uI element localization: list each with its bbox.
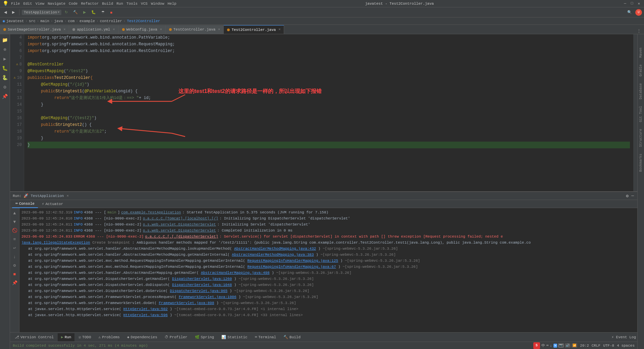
structure-label[interactable]: Structure <box>639 129 643 147</box>
gradle-label[interactable]: Gradle <box>639 64 643 77</box>
breadcrumb-com[interactable]: com <box>68 19 75 23</box>
breadcrumb-class[interactable]: Test2Controller <box>127 19 160 23</box>
stack-line-2: at org.springframework.web.servlet.handl… <box>21 252 635 258</box>
run-btn[interactable]: ▶ <box>81 9 88 16</box>
database-label[interactable]: Database <box>639 83 643 99</box>
tab-close[interactable]: × <box>113 28 115 32</box>
menu-vcs[interactable]: VCS <box>141 2 148 6</box>
scroll-up-icon[interactable]: ▲ <box>11 209 18 217</box>
nav-terminal[interactable]: ⌨ Terminal <box>252 333 279 341</box>
build-btn[interactable]: 🔨 <box>71 9 80 16</box>
debug-btn[interactable]: 🐛 <box>89 9 98 16</box>
menu-navigate[interactable]: Navigate <box>48 2 65 6</box>
tab-icon <box>3 28 6 31</box>
breadcrumb-example[interactable]: example <box>79 19 95 23</box>
run-coverage-btn[interactable]: ☂ <box>99 9 107 16</box>
im-icon4: 📶 <box>572 343 577 348</box>
run-settings-icon[interactable]: ⚙ <box>625 193 629 199</box>
menu-build[interactable]: Build <box>102 2 113 6</box>
menu-run[interactable]: Run <box>116 2 123 6</box>
build-icon: 🔨 <box>283 335 288 339</box>
tab-icon <box>72 28 75 31</box>
menu-window[interactable]: Window <box>151 2 164 6</box>
tab-close[interactable]: × <box>278 28 280 32</box>
nav-problems[interactable]: ⚠ Problems <box>95 333 123 341</box>
menu-refactor[interactable]: Refactor <box>81 2 99 6</box>
stop-console-icon[interactable]: ■ <box>11 270 18 278</box>
tab-applicationyml[interactable]: application.yml × <box>69 25 118 34</box>
nav-version-control[interactable]: ⎇ Version Control <box>11 333 57 341</box>
tab-testcontroller[interactable]: TestController.java × <box>166 25 224 34</box>
tab-close[interactable]: × <box>218 28 220 32</box>
wrap-icon[interactable]: ↩ <box>11 244 18 252</box>
sidebar-run-icon[interactable]: ▶ <box>1 54 9 63</box>
run-config-dropdown[interactable]: TestApplication ▼ <box>22 10 61 15</box>
menu-tools[interactable]: Tools <box>126 2 138 6</box>
breadcrumb-java[interactable]: java <box>54 19 63 23</box>
run-minimize-icon[interactable]: — <box>631 193 635 198</box>
code-content[interactable]: import org.springframework.web.bind.anno… <box>24 34 633 191</box>
settings-icon[interactable]: ⚙ <box>11 262 18 269</box>
sidebar-commit-icon[interactable]: ⊕ <box>1 45 9 54</box>
nav-todo[interactable]: ☑ TODO <box>75 333 94 341</box>
toolbar-forward[interactable]: ▶ <box>10 9 17 16</box>
sidebar-tools-icon[interactable]: ⚙ <box>1 83 9 91</box>
scroll-down-icon[interactable]: ▼ <box>11 218 18 226</box>
nav-statistic[interactable]: 📊 Statistic <box>218 333 251 341</box>
git-label[interactable]: Git Tool <box>639 106 643 122</box>
minimize-button[interactable]: — <box>623 1 628 6</box>
tab-close[interactable]: × <box>160 28 162 32</box>
breadcrumb-controller[interactable]: controller <box>100 19 122 23</box>
indent-settings[interactable]: 4 spaces <box>617 344 635 348</box>
event-log-label[interactable]: ⚡ Event Log <box>611 335 636 339</box>
nav-profiler[interactable]: ⏱ Profiler <box>161 333 191 341</box>
console-output[interactable]: 2023-06-09 12:42:52.319 INFO 4368 --- [ … <box>19 208 637 332</box>
menu-edit[interactable]: Edit <box>23 2 32 6</box>
nav-dependencies[interactable]: ◈ Dependencies <box>124 333 161 341</box>
actuator-tab[interactable]: ⚡ Actuator <box>39 200 66 208</box>
tab-close[interactable]: × <box>63 28 65 32</box>
sidebar-pin-icon[interactable]: 📌 <box>1 92 9 101</box>
breadcrumb-project[interactable]: javatest <box>6 19 24 23</box>
sidebar-project-icon[interactable]: 📁 <box>1 36 9 44</box>
maven-label[interactable]: Maven <box>639 48 643 58</box>
create-breakpoint[interactable]: Create breakpoint <box>92 241 132 245</box>
bookmarks-label[interactable]: Bookmarks <box>639 154 643 172</box>
code-line-11: @GetMapping("/{id}") <box>28 81 630 88</box>
run-tab-close[interactable]: × <box>66 194 69 198</box>
charset[interactable]: UTF-8 <box>603 344 614 348</box>
code-line-12: public String test1(@PathVariable Long i… <box>28 88 630 95</box>
breadcrumb-main[interactable]: main <box>40 19 49 23</box>
code-line-16: @GetMapping("/{test2}") <box>28 115 630 121</box>
console-tab[interactable]: ⌨ Console <box>12 200 38 208</box>
tabs-overflow[interactable]: ⋮ <box>634 28 644 34</box>
stop-btn[interactable]: ■ <box>108 9 114 16</box>
autoscroll-icon[interactable]: ↓ <box>11 253 18 260</box>
spring-label: Spring <box>201 335 214 339</box>
cursor-position[interactable]: 20:2 <box>580 344 589 348</box>
close-button[interactable]: ✕ <box>636 1 641 6</box>
tab-webconfig[interactable]: WebConfig.java × <box>119 25 166 34</box>
tab-test2controller[interactable]: Test2Controller.java × <box>224 25 284 34</box>
nav-run[interactable]: ▶ Run <box>58 333 74 341</box>
sidebar-debug-icon[interactable]: 🐛 <box>1 64 9 72</box>
nav-spring[interactable]: 🌿 Spring <box>192 333 218 341</box>
menu-view[interactable]: View <box>36 2 44 6</box>
editor-scrollbar[interactable] <box>633 34 637 191</box>
maximize-button[interactable]: □ <box>630 1 635 6</box>
search-everywhere-btn[interactable]: 🔍 <box>625 9 634 16</box>
run-refresh-btn[interactable]: ↻ <box>63 9 70 16</box>
nav-build[interactable]: 🔨 Build <box>280 333 304 341</box>
toolbar-back[interactable]: ◀ <box>2 9 9 16</box>
pin-icon[interactable]: 📌 <box>11 279 18 287</box>
menu-code[interactable]: Code <box>69 2 77 6</box>
sidebar-python-icon[interactable]: 🐍 <box>1 73 9 82</box>
clear-console-icon[interactable]: 🚫 <box>11 227 18 234</box>
breadcrumb-src[interactable]: src <box>29 19 36 23</box>
tab-saveimagecontroller[interactable]: SaveImageController.java × <box>0 25 69 34</box>
menu-file[interactable]: File <box>11 2 20 6</box>
menu-help[interactable]: Help <box>168 2 176 6</box>
filter-icon[interactable]: ≡ <box>11 236 18 243</box>
line-ending[interactable]: CRLF <box>592 344 600 348</box>
exception-line: java.lang.IllegalStateException Create b… <box>21 240 635 246</box>
